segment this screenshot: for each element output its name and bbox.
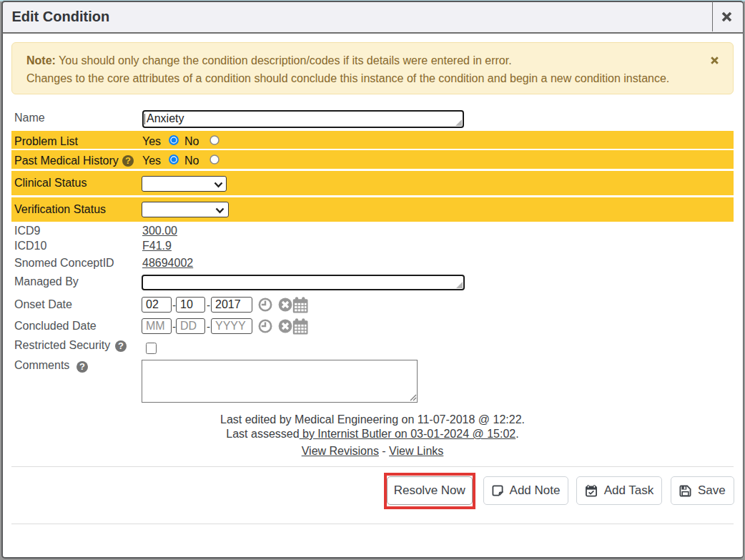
svg-text:?: ? bbox=[79, 361, 85, 372]
svg-text:?: ? bbox=[125, 155, 131, 166]
svg-text:?: ? bbox=[118, 341, 124, 352]
